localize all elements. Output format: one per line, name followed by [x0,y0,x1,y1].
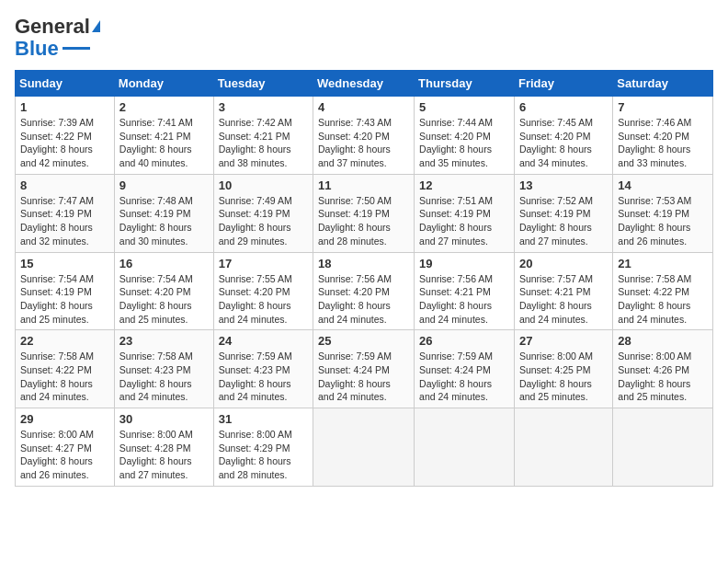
calendar-cell: 29Sunrise: 8:00 AMSunset: 4:27 PMDayligh… [16,408,115,487]
day-number: 12 [419,178,509,192]
day-number: 17 [219,257,308,270]
calendar-cell: 18Sunrise: 7:56 AMSunset: 4:20 PMDayligh… [313,252,415,330]
calendar-cell: 16Sunrise: 7:54 AMSunset: 4:20 PMDayligh… [114,252,213,330]
cell-info: Sunrise: 7:43 AMSunset: 4:20 PMDaylight:… [318,116,409,170]
cell-info: Sunrise: 7:39 AMSunset: 4:22 PMDaylight:… [20,116,109,170]
calendar-cell: 15Sunrise: 7:54 AMSunset: 4:19 PMDayligh… [16,252,115,330]
day-number: 3 [219,100,308,114]
calendar-cell [514,408,612,487]
calendar-cell: 26Sunrise: 7:59 AMSunset: 4:24 PMDayligh… [415,330,515,408]
day-number: 20 [519,257,608,270]
cell-info: Sunrise: 7:55 AMSunset: 4:20 PMDaylight:… [219,272,308,327]
calendar-cell: 21Sunrise: 7:58 AMSunset: 4:22 PMDayligh… [613,252,713,330]
day-number: 11 [318,178,409,192]
day-number: 1 [20,100,109,114]
calendar-cell: 20Sunrise: 7:57 AMSunset: 4:21 PMDayligh… [514,252,612,330]
cell-info: Sunrise: 7:54 AMSunset: 4:20 PMDaylight:… [119,272,209,327]
calendar-cell: 10Sunrise: 7:49 AMSunset: 4:19 PMDayligh… [213,174,313,252]
column-header-monday: Monday [114,71,213,97]
day-number: 30 [119,412,209,426]
day-number: 28 [618,334,708,348]
cell-info: Sunrise: 7:49 AMSunset: 4:19 PMDaylight:… [219,194,308,248]
day-number: 5 [419,100,509,114]
calendar-cell: 1Sunrise: 7:39 AMSunset: 4:22 PMDaylight… [16,97,115,175]
cell-info: Sunrise: 8:00 AMSunset: 4:25 PMDaylight:… [519,350,608,404]
day-number: 2 [119,100,209,114]
calendar-cell: 8Sunrise: 7:47 AMSunset: 4:19 PMDaylight… [16,174,115,252]
cell-info: Sunrise: 7:58 AMSunset: 4:22 PMDaylight:… [618,272,708,327]
cell-info: Sunrise: 7:54 AMSunset: 4:19 PMDaylight:… [20,272,109,327]
day-number: 7 [618,100,708,114]
calendar-cell: 25Sunrise: 7:59 AMSunset: 4:24 PMDayligh… [313,330,415,408]
cell-info: Sunrise: 7:44 AMSunset: 4:20 PMDaylight:… [419,116,509,170]
cell-info: Sunrise: 7:56 AMSunset: 4:21 PMDaylight:… [419,272,509,327]
logo-blue: Blue [15,37,59,61]
cell-info: Sunrise: 7:41 AMSunset: 4:21 PMDaylight:… [119,116,209,170]
calendar-cell: 11Sunrise: 7:50 AMSunset: 4:19 PMDayligh… [313,174,415,252]
calendar-cell: 31Sunrise: 8:00 AMSunset: 4:29 PMDayligh… [213,408,313,487]
calendar-table: SundayMondayTuesdayWednesdayThursdayFrid… [15,70,713,487]
logo-underline [63,47,90,50]
calendar-cell: 30Sunrise: 8:00 AMSunset: 4:28 PMDayligh… [114,408,213,487]
day-number: 6 [519,100,608,114]
calendar-cell: 27Sunrise: 8:00 AMSunset: 4:25 PMDayligh… [514,330,612,408]
cell-info: Sunrise: 7:58 AMSunset: 4:23 PMDaylight:… [119,350,209,404]
calendar-week-row: 22Sunrise: 7:58 AMSunset: 4:22 PMDayligh… [16,330,713,408]
calendar-week-row: 15Sunrise: 7:54 AMSunset: 4:19 PMDayligh… [16,252,713,330]
cell-info: Sunrise: 7:59 AMSunset: 4:23 PMDaylight:… [219,350,308,404]
calendar-cell [415,408,515,487]
cell-info: Sunrise: 7:58 AMSunset: 4:22 PMDaylight:… [20,350,109,404]
day-number: 14 [618,178,708,192]
calendar-cell [313,408,415,487]
calendar-cell: 4Sunrise: 7:43 AMSunset: 4:20 PMDaylight… [313,97,415,175]
day-number: 19 [419,257,509,270]
calendar-cell: 9Sunrise: 7:48 AMSunset: 4:19 PMDaylight… [114,174,213,252]
cell-info: Sunrise: 7:47 AMSunset: 4:19 PMDaylight:… [20,194,109,248]
day-number: 21 [618,257,708,270]
cell-info: Sunrise: 7:46 AMSunset: 4:20 PMDaylight:… [618,116,708,170]
day-number: 25 [318,334,409,348]
page-header: General Blue [15,15,713,61]
column-header-saturday: Saturday [613,71,713,97]
day-number: 10 [219,178,308,192]
day-number: 8 [20,178,109,192]
day-number: 16 [119,257,209,270]
day-number: 22 [20,334,109,348]
calendar-cell [613,408,713,487]
cell-info: Sunrise: 7:53 AMSunset: 4:19 PMDaylight:… [618,194,708,248]
cell-info: Sunrise: 7:42 AMSunset: 4:21 PMDaylight:… [219,116,308,170]
calendar-cell: 6Sunrise: 7:45 AMSunset: 4:20 PMDaylight… [514,97,612,175]
cell-info: Sunrise: 7:45 AMSunset: 4:20 PMDaylight:… [519,116,608,170]
calendar-cell: 14Sunrise: 7:53 AMSunset: 4:19 PMDayligh… [613,174,713,252]
day-number: 9 [119,178,209,192]
cell-info: Sunrise: 8:00 AMSunset: 4:27 PMDaylight:… [20,428,109,482]
cell-info: Sunrise: 7:48 AMSunset: 4:19 PMDaylight:… [119,194,209,248]
calendar-cell: 12Sunrise: 7:51 AMSunset: 4:19 PMDayligh… [415,174,515,252]
cell-info: Sunrise: 7:50 AMSunset: 4:19 PMDaylight:… [318,194,409,248]
day-number: 24 [219,334,308,348]
calendar-cell: 23Sunrise: 7:58 AMSunset: 4:23 PMDayligh… [114,330,213,408]
column-header-friday: Friday [514,71,612,97]
cell-info: Sunrise: 7:56 AMSunset: 4:20 PMDaylight:… [318,272,409,327]
cell-info: Sunrise: 8:00 AMSunset: 4:29 PMDaylight:… [219,428,308,482]
column-header-wednesday: Wednesday [313,71,415,97]
day-number: 23 [119,334,209,348]
day-number: 18 [318,257,409,270]
column-header-tuesday: Tuesday [213,71,313,97]
calendar-cell: 19Sunrise: 7:56 AMSunset: 4:21 PMDayligh… [415,252,515,330]
day-number: 29 [20,412,109,426]
day-number: 26 [419,334,509,348]
calendar-cell: 28Sunrise: 8:00 AMSunset: 4:26 PMDayligh… [613,330,713,408]
calendar-week-row: 1Sunrise: 7:39 AMSunset: 4:22 PMDaylight… [16,97,713,175]
day-number: 13 [519,178,608,192]
day-number: 15 [20,257,109,270]
calendar-cell: 13Sunrise: 7:52 AMSunset: 4:19 PMDayligh… [514,174,612,252]
calendar-cell: 17Sunrise: 7:55 AMSunset: 4:20 PMDayligh… [213,252,313,330]
logo-general: General [15,15,90,39]
cell-info: Sunrise: 7:59 AMSunset: 4:24 PMDaylight:… [419,350,509,404]
cell-info: Sunrise: 7:59 AMSunset: 4:24 PMDaylight:… [318,350,409,404]
calendar-header-row: SundayMondayTuesdayWednesdayThursdayFrid… [16,71,713,97]
calendar-week-row: 8Sunrise: 7:47 AMSunset: 4:19 PMDaylight… [16,174,713,252]
calendar-cell: 22Sunrise: 7:58 AMSunset: 4:22 PMDayligh… [16,330,115,408]
calendar-cell: 24Sunrise: 7:59 AMSunset: 4:23 PMDayligh… [213,330,313,408]
